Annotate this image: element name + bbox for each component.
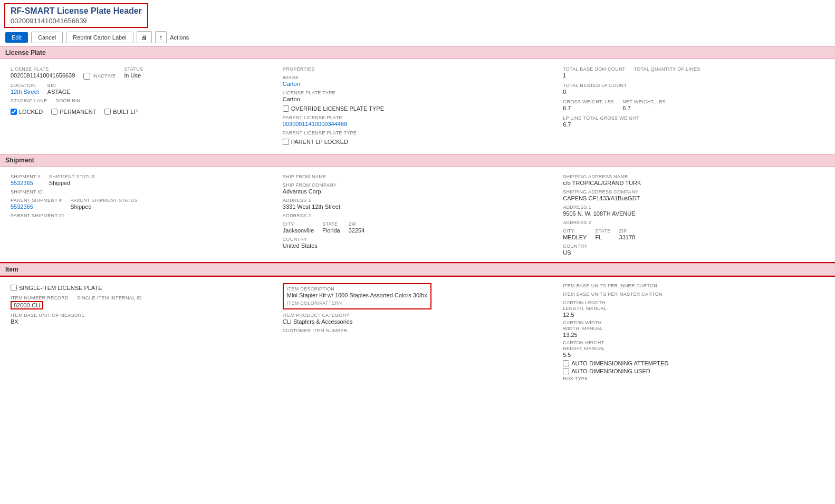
total-qty-lines-label: TOTAL QUANTITY OF LINES: [634, 66, 700, 72]
inactive-checkbox[interactable]: [83, 73, 90, 80]
item-mid-col: ITEM DESCRIPTION Mini Stapler Kit w/ 100…: [277, 280, 558, 385]
zip-value: 32254: [349, 227, 365, 234]
shipment-left-col: SHIPMENT # 5532365 SHIPMENT STATUS Shipp…: [5, 171, 277, 259]
permanent-checkbox[interactable]: [51, 109, 57, 115]
customer-item-number-label: CUSTOMER ITEM NUMBER: [283, 328, 552, 333]
shipping-zip-label: ZIP: [619, 228, 636, 234]
item-base-uom-label: ITEM BASE UNIT OF MEASURE: [11, 313, 272, 318]
auto-dim-attempted-checkbox[interactable]: [563, 360, 569, 366]
lp-line-total-value: 6.7: [563, 121, 824, 128]
parent-lp-label: PARENT LICENSE PLATE: [283, 115, 552, 120]
net-weight-value: 6.7: [622, 105, 666, 111]
shipment-status-value: Shipped: [49, 180, 95, 186]
inactive-label: INACTIVE: [92, 73, 116, 79]
ship-from-company-value: Advantus Corp: [283, 188, 552, 195]
total-base-uom-label: TOTAL BASE UOM COUNT: [563, 66, 625, 72]
parent-shipment-num-label: PARENT SHIPMENT #: [11, 198, 62, 203]
total-base-uom-value: 1: [563, 72, 625, 79]
carton-height-manual-label: HEIGHT, MANUAL: [563, 346, 605, 351]
item-number-value: 82000-CU: [14, 302, 40, 308]
box-type-label: BOX TYPE: [563, 376, 824, 381]
built-lp-checkbox[interactable]: [104, 109, 111, 115]
item-left-col: SINGLE-ITEM LICENSE PLATE ITEM NUMBER RE…: [5, 280, 277, 385]
country-value: United States: [283, 243, 552, 249]
lp-left-col: LICENSE PLATE 00200911410041656639 INACT…: [5, 63, 277, 150]
shipment-section: Shipment SHIPMENT # 5532365 SHIPMENT STA…: [0, 154, 835, 263]
item-product-category-value: CLI Staplers & Accessories: [283, 318, 552, 325]
item-base-uom-value: BX: [11, 318, 272, 325]
edit-button[interactable]: Edit: [5, 32, 28, 43]
zip-label: ZIP: [349, 221, 365, 227]
carton-length-manual-label: LENGTH, MANUAL: [563, 306, 607, 311]
license-plate-value: 00200911410041656639: [11, 72, 75, 79]
single-item-internal-id-label: SINGLE-ITEM INTERNAL ID: [77, 295, 142, 301]
license-plate-section-header: License Plate: [0, 46, 835, 59]
license-plate-section: License Plate LICENSE PLATE 002009114100…: [0, 46, 835, 154]
total-nested-lp-label: TOTAL NESTED LP COUNT: [563, 83, 824, 88]
status-value: In Use: [124, 72, 143, 79]
shipment-num-value[interactable]: 5532365: [11, 180, 41, 186]
shipment-id-label: SHIPMENT ID: [11, 189, 272, 195]
auto-dim-used-label: AUTO-DIMENSIONING USED: [571, 368, 650, 374]
shipping-city-value: MEDLEY: [563, 234, 587, 240]
city-value: Jacksonville: [283, 227, 314, 234]
toolbar: Edit Cancel Reprint Carton Label 🖨 ↑ Act…: [0, 29, 835, 46]
ship-from-company-label: SHIP FROM COMPANY: [283, 182, 552, 188]
item-base-units-inner-label: ITEM BASE UNITS PER INNER CARTON: [563, 283, 824, 288]
door-bin-label: DOOR BIN: [55, 98, 80, 103]
cancel-button[interactable]: Cancel: [31, 32, 63, 43]
share-icon-button[interactable]: ↑: [155, 31, 167, 43]
actions-button[interactable]: Actions: [170, 34, 189, 41]
shipping-state-value: FL: [595, 234, 610, 240]
locked-checkbox[interactable]: [11, 109, 17, 115]
parent-shipment-status-value: Shipped: [70, 203, 138, 210]
locked-label: LOCKED: [19, 109, 43, 115]
shipping-addr-company-label: SHIPPING ADDRESS COMPANY: [563, 189, 824, 195]
permanent-label: PERMANENT: [60, 109, 96, 115]
shipping-addr1-label: ADDRESS 1: [563, 205, 824, 210]
gross-weight-value: 6.7: [563, 105, 614, 111]
parent-lp-locked-checkbox[interactable]: [283, 139, 289, 145]
image-value[interactable]: Carton: [283, 81, 300, 87]
parent-lp-locked-label: PARENT LP LOCKED: [291, 139, 348, 145]
auto-dim-attempted-label: AUTO-DIMENSIONING ATTEMPTED: [571, 360, 668, 366]
carton-width-value: 13.25: [563, 332, 603, 338]
ship-from-name-label: SHIP FROM NAME: [283, 174, 552, 179]
lp-mid-col: PROPERTIES IMAGE Carton LICENSE PLATE TY…: [277, 63, 558, 150]
page-title: RF-SMART License Plate Header: [11, 6, 142, 16]
parent-lp-type-label: PARENT LICENSE PLATE TYPE: [283, 130, 552, 135]
auto-dim-used-checkbox[interactable]: [563, 368, 569, 374]
built-lp-label: BUILT LP: [113, 109, 138, 115]
carton-height-label: CARTON HEIGHT: [563, 340, 605, 345]
parent-shipment-id-label: PARENT SHIPMENT ID: [11, 213, 272, 218]
carton-height-value: 5.5: [563, 352, 605, 358]
carton-length-value: 12.5: [563, 312, 607, 318]
location-label: LOCATION: [11, 83, 39, 88]
single-item-lp-label: SINGLE-ITEM LICENSE PLATE: [19, 285, 102, 291]
carton-length-label: CARTON LENGTH: [563, 300, 607, 305]
parent-shipment-num-value[interactable]: 5532365: [11, 203, 62, 210]
shipping-addr-company-value: CAPENS CF1433/A1BusGDT: [563, 195, 824, 201]
shipping-addr2-label: ADDRESS 2: [563, 220, 824, 225]
city-label: CITY: [283, 221, 314, 227]
shipping-city-label: CITY: [563, 228, 587, 234]
total-nested-lp-value: 0: [563, 89, 824, 95]
lp-type-label: LICENSE PLATE TYPE: [283, 90, 552, 95]
address1-label: ADDRESS 1: [283, 198, 552, 203]
shipment-num-label: SHIPMENT #: [11, 174, 41, 179]
shipping-addr-name-value: c/o TROPICAL/GRAND TURK: [563, 180, 824, 186]
override-lp-type-checkbox[interactable]: [283, 105, 289, 112]
item-right-col: ITEM BASE UNITS PER INNER CARTON ITEM BA…: [558, 280, 830, 385]
shipping-state-label: STATE: [595, 228, 610, 234]
lp-line-total-label: LP LINE TOTAL GROSS WEIGHT: [563, 115, 824, 121]
parent-lp-value[interactable]: 00300911410000344468: [283, 121, 552, 127]
reprint-carton-label-button[interactable]: Reprint Carton Label: [66, 32, 133, 43]
location-value[interactable]: 12th Street: [11, 89, 39, 95]
print-icon-button[interactable]: 🖨: [137, 31, 152, 43]
item-description-value: Mini Stapler Kit w/ 1000 Staples Assorte…: [287, 292, 427, 298]
state-value: Florida: [322, 227, 340, 234]
lp-right-col: TOTAL BASE UOM COUNT 1 TOTAL QUANTITY OF…: [558, 63, 830, 150]
carton-width-label: CARTON WIDTH: [563, 320, 603, 325]
single-item-lp-checkbox[interactable]: [11, 285, 17, 291]
shipping-zip-value: 33178: [619, 234, 636, 240]
